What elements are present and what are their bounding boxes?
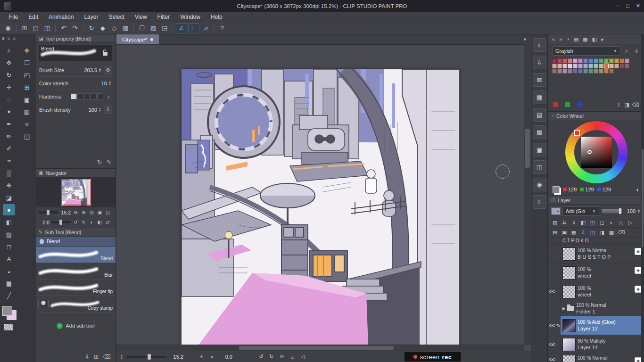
quick-close-icon[interactable]: ⊠ xyxy=(533,73,546,87)
menu-item[interactable]: Animation xyxy=(43,12,79,22)
subtool-group-tab[interactable]: Blend xyxy=(36,237,116,247)
eraser-tool[interactable]: ◪ xyxy=(3,192,15,203)
lock-icon[interactable] xyxy=(103,52,107,56)
menu-item[interactable]: Help xyxy=(206,12,228,22)
color-swatch[interactable] xyxy=(568,64,572,68)
brush-density-options-button[interactable] xyxy=(104,106,112,114)
fit-to-screen-icon[interactable]: ▣ xyxy=(96,209,103,216)
transparent-color-chip[interactable] xyxy=(4,324,13,330)
two-pane-icon[interactable]: ▷ xyxy=(627,220,634,226)
transform-tool[interactable]: ◰ xyxy=(21,69,33,81)
color-swatch[interactable] xyxy=(552,69,557,74)
color-slider-tab-icon[interactable]: ▤ xyxy=(574,36,578,42)
merge-down-icon[interactable]: ⇓ xyxy=(570,220,577,226)
color-stretch-stepper[interactable] xyxy=(108,81,112,86)
invert-selection-icon[interactable]: ◲ xyxy=(159,24,170,33)
menu-item[interactable]: Layer xyxy=(79,12,103,22)
combine-icon[interactable]: ◫ xyxy=(589,230,596,236)
quick-download-icon[interactable]: ⇩ xyxy=(533,56,546,69)
color-swatch[interactable] xyxy=(562,69,567,74)
decoration-tool[interactable]: ❉ xyxy=(3,180,15,191)
layer-row[interactable]: 100 % Normal Folder 1 xyxy=(548,301,644,316)
brush-density-stepper[interactable] xyxy=(99,107,102,112)
toolbar-button[interactable] xyxy=(214,25,214,32)
color-swatch[interactable] xyxy=(573,69,578,74)
menu-item[interactable]: View xyxy=(130,12,152,22)
color-set-tab-icon[interactable]: ▦ xyxy=(583,36,587,42)
collapse-left-icon[interactable]: « xyxy=(8,36,10,41)
color-swatch[interactable] xyxy=(604,58,609,63)
color-swatch[interactable] xyxy=(562,64,567,68)
color-swatch[interactable] xyxy=(573,58,578,63)
zoom-slider[interactable] xyxy=(126,356,167,358)
layer-thumbnail[interactable] xyxy=(562,285,576,298)
layer-row[interactable]: 100 % Norma B U S S T O P xyxy=(548,245,644,263)
layer-thumbnail[interactable] xyxy=(562,338,576,351)
collapse-right-icon[interactable]: « xyxy=(552,36,555,42)
lock-transparent-icon[interactable]: ◻ xyxy=(599,220,605,226)
brush-size-options-button[interactable] xyxy=(104,66,112,74)
add-color-icon[interactable]: ⇧ xyxy=(615,101,622,108)
lasso-tool[interactable]: ◌ xyxy=(3,94,15,105)
reset-view-icon[interactable]: ⊘ xyxy=(278,353,286,361)
zoom-in-icon[interactable]: ⊕ xyxy=(80,209,87,216)
color-swatch[interactable] xyxy=(578,58,583,63)
layer-move-tool[interactable]: ▣ xyxy=(21,94,33,105)
redo-icon[interactable]: ↷ xyxy=(70,24,80,33)
foreground-background-colors[interactable] xyxy=(2,306,17,320)
layer-thumbnail[interactable] xyxy=(562,355,576,362)
add-subtool-button[interactable]: Add sub tool xyxy=(36,320,116,331)
menu-item[interactable]: Filter xyxy=(152,12,175,22)
quick-grid-icon[interactable]: ▦ xyxy=(533,90,546,104)
layer-thumbnail[interactable] xyxy=(562,319,576,332)
expand-right-icon[interactable]: » xyxy=(559,36,562,42)
replace-color-icon[interactable]: ◨ xyxy=(623,101,631,108)
reset-tool-icon[interactable] xyxy=(97,159,102,165)
vertical-scrollbar[interactable] xyxy=(524,44,531,345)
toolbar-button[interactable] xyxy=(16,25,17,32)
layer-color-icon[interactable]: ▨ xyxy=(552,220,558,226)
select-area-icon[interactable]: ☐ xyxy=(137,24,147,33)
rotate-canvas-tool[interactable]: ↻ xyxy=(3,69,15,81)
blend-mode-dropdown[interactable]: Add (Glo xyxy=(562,206,599,216)
menu-icon[interactable]: ≡ xyxy=(2,36,5,41)
layer-visibility-eye-icon[interactable] xyxy=(549,288,556,295)
airbrush-tool[interactable]: ▒ xyxy=(3,167,15,179)
hardness-expand-button[interactable] xyxy=(105,93,112,100)
horizontal-scroll-thumb[interactable] xyxy=(239,346,394,350)
color-swatch[interactable] xyxy=(557,58,562,63)
new-file-icon[interactable]: ⊞ xyxy=(19,24,30,33)
blend-tool[interactable]: ● xyxy=(3,204,15,215)
object-tool[interactable]: ✥ xyxy=(21,45,33,56)
color-swatch[interactable] xyxy=(583,69,588,74)
hand-tool[interactable]: ✥ xyxy=(3,57,15,68)
menu-item[interactable]: Edit xyxy=(23,12,43,22)
color-swatch[interactable] xyxy=(588,69,593,74)
hardness-segments[interactable] xyxy=(71,93,103,99)
mesh-tool[interactable]: ▦ xyxy=(21,106,33,117)
lock-layer-icon[interactable]: ◫ xyxy=(589,220,596,226)
clip-studio-start-icon[interactable]: ◉ xyxy=(3,24,13,33)
rotation-value[interactable]: 0.0 xyxy=(219,354,232,360)
color-swatch[interactable] xyxy=(599,69,603,74)
color-swatch[interactable] xyxy=(614,58,619,63)
rotate-right-icon[interactable]: ↻ xyxy=(268,353,275,361)
fit-to-window-icon[interactable]: ◫ xyxy=(104,209,111,216)
rotate-left-icon[interactable]: ↺ xyxy=(72,219,79,226)
color-swatch[interactable] xyxy=(604,69,609,74)
color-swatch[interactable] xyxy=(625,58,629,63)
brush-density-input[interactable]: 100 xyxy=(78,107,97,113)
subtool-blend[interactable]: Blend xyxy=(36,247,116,263)
color-swatch[interactable] xyxy=(568,69,572,74)
red-set-chip[interactable] xyxy=(553,102,558,107)
color-swatch[interactable] xyxy=(609,69,614,74)
quick-zoom-icon[interactable]: ⌕ xyxy=(533,38,546,52)
open-file-icon[interactable]: ▤ xyxy=(31,24,41,33)
zoom-value[interactable]: 15.2 xyxy=(170,354,183,360)
color-swatch[interactable] xyxy=(599,64,603,68)
layer-row[interactable]: 50 % Multiply Layer 14 xyxy=(548,335,644,354)
zoom-in-button[interactable] xyxy=(198,353,205,361)
clip-to-layer-icon[interactable]: ◧ xyxy=(580,220,586,226)
mesh-transform-icon[interactable]: ▦ xyxy=(120,24,131,33)
fit-icon[interactable]: ⌂ xyxy=(289,353,296,361)
